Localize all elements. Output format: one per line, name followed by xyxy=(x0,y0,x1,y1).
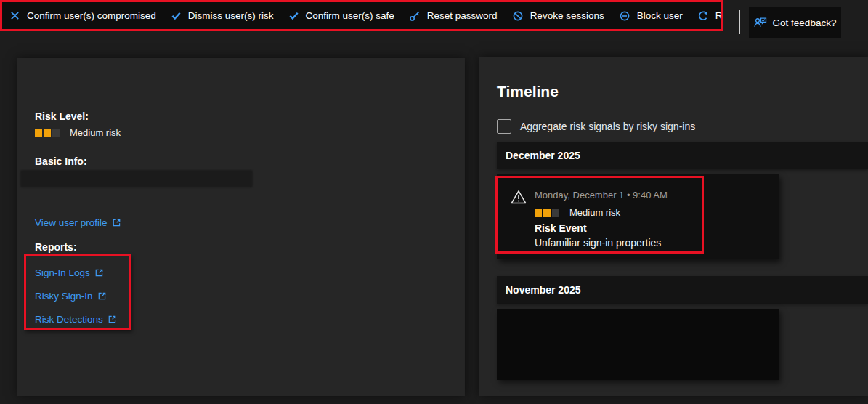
user-detail-panel: Risk Level: Medium risk Basic Info: View… xyxy=(17,58,465,396)
confirm-compromised-button[interactable]: Confirm user(s) compromised xyxy=(9,10,156,21)
sign-in-logs-link[interactable]: Sign-In Logs xyxy=(35,267,104,278)
risk-level-indicator: Medium risk xyxy=(35,127,121,138)
button-label: Dismiss user(s) risk xyxy=(188,10,274,21)
redacted-event-card xyxy=(497,309,779,380)
refresh-icon xyxy=(697,10,709,22)
risk-square xyxy=(35,129,42,137)
annotation-risk-event xyxy=(495,176,704,254)
button-label: Reset password xyxy=(427,10,498,21)
toolbar-divider xyxy=(739,10,740,34)
view-user-profile-link[interactable]: View user profile xyxy=(35,217,121,228)
aggregate-checkbox-row: Aggregate risk signals by risky sign-ins xyxy=(497,119,695,134)
risk-detections-link[interactable]: Risk Detections xyxy=(35,314,117,325)
feedback-person-icon xyxy=(754,17,767,28)
key-icon xyxy=(409,10,421,22)
aggregate-checkbox-label: Aggregate risk signals by risky sign-ins xyxy=(520,121,695,132)
risk-level-value: Medium risk xyxy=(70,127,121,138)
timeline-panel: Timeline Aggregate risk signals by risky… xyxy=(479,57,868,396)
button-label: Revoke sessions xyxy=(530,10,604,21)
risk-level-heading: Risk Level: xyxy=(35,110,89,122)
aggregate-checkbox[interactable] xyxy=(497,119,511,134)
checkmark-icon xyxy=(288,10,299,21)
link-label: Sign-In Logs xyxy=(35,267,90,278)
feedback-label: Got feedback? xyxy=(773,17,837,28)
button-label: Confirm user(s) safe xyxy=(306,10,394,21)
annotation-toolbar: Confirm user(s) compromised Dismiss user… xyxy=(0,0,723,31)
month-label: November 2025 xyxy=(506,284,581,296)
link-label: Risk Detections xyxy=(35,314,103,325)
basic-info-heading: Basic Info: xyxy=(35,155,87,167)
reset-password-button[interactable]: Reset password xyxy=(409,10,498,22)
got-feedback-button[interactable]: Got feedback? xyxy=(749,7,841,38)
revoke-icon xyxy=(512,10,524,22)
dismiss-risk-button[interactable]: Dismiss user(s) risk xyxy=(171,10,274,21)
external-link-icon xyxy=(108,315,117,324)
revoke-sessions-button[interactable]: Revoke sessions xyxy=(512,10,604,22)
month-label: December 2025 xyxy=(506,150,580,161)
external-link-icon xyxy=(94,268,104,278)
timeline-title: Timeline xyxy=(497,83,559,100)
month-header-december: December 2025 xyxy=(497,142,868,169)
block-icon xyxy=(619,10,630,22)
reports-heading: Reports: xyxy=(35,241,77,253)
confirm-safe-button[interactable]: Confirm user(s) safe xyxy=(288,10,394,21)
risk-square xyxy=(52,129,60,137)
link-label: View user profile xyxy=(35,217,108,228)
risk-square xyxy=(44,129,51,137)
month-header-november: November 2025 xyxy=(497,276,868,304)
risk-severity-squares xyxy=(35,129,60,137)
external-link-icon xyxy=(97,291,107,301)
button-label: Block user xyxy=(637,10,683,21)
button-label: Refresh xyxy=(715,10,723,21)
block-user-button[interactable]: Block user xyxy=(619,10,683,22)
checkmark-icon xyxy=(171,10,182,21)
link-label: Risky Sign-In xyxy=(35,291,93,302)
close-icon xyxy=(9,10,20,21)
redacted-basic-info xyxy=(20,170,253,187)
risky-user-details-page: Confirm user(s) compromised Dismiss user… xyxy=(0,0,868,404)
button-label: Confirm user(s) compromised xyxy=(27,10,156,21)
refresh-button[interactable]: Refresh xyxy=(697,10,723,22)
external-link-icon xyxy=(112,218,121,227)
risky-sign-in-link[interactable]: Risky Sign-In xyxy=(35,291,107,302)
